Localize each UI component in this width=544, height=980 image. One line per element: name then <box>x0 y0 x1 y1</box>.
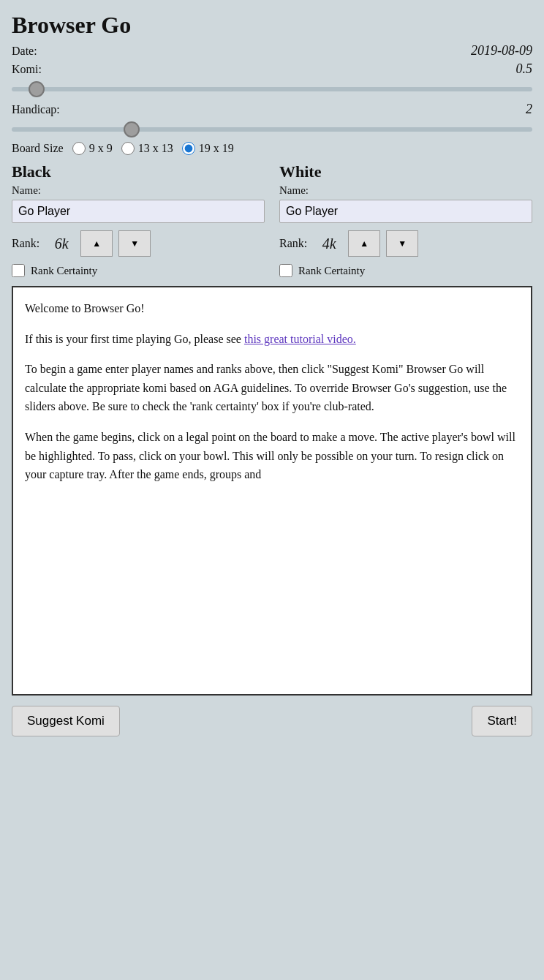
white-rank-label: Rank: <box>279 237 307 250</box>
komi-value: 0.5 <box>516 61 533 77</box>
black-player-title: Black <box>12 162 265 181</box>
board-size-13x13-radio[interactable] <box>121 142 135 155</box>
info-paragraph-2-prefix: If this is your first time playing Go, p… <box>25 333 244 345</box>
white-name-input[interactable] <box>279 200 532 223</box>
komi-slider[interactable] <box>12 87 532 91</box>
black-rank-value: 6k <box>48 235 75 252</box>
board-size-19x19-label: 19 x 19 <box>199 142 234 155</box>
black-player-col: Black Name: Rank: 6k ▲ ▼ Rank Certainty <box>12 162 265 277</box>
start-button[interactable]: Start! <box>472 706 532 736</box>
black-rank-certainty-label: Rank Certainty <box>31 265 97 277</box>
info-paragraph-3: To begin a game enter player names and r… <box>25 360 519 416</box>
suggest-komi-button[interactable]: Suggest Komi <box>12 706 120 736</box>
black-rank-up-button[interactable]: ▲ <box>80 230 113 257</box>
white-player-title: White <box>279 162 532 181</box>
info-paragraph-1: Welcome to Browser Go! <box>25 299 519 318</box>
board-size-9x9[interactable]: 9 x 9 <box>72 142 113 155</box>
white-name-label: Name: <box>279 184 532 197</box>
black-rank-down-button[interactable]: ▼ <box>118 230 151 257</box>
info-box: Welcome to Browser Go! If this is your f… <box>12 286 532 696</box>
handicap-value: 2 <box>526 102 532 117</box>
black-name-label: Name: <box>12 184 265 197</box>
white-rank-up-button[interactable]: ▲ <box>348 230 380 257</box>
white-rank-certainty-checkbox[interactable] <box>279 264 292 277</box>
date-label: Date: <box>12 45 37 58</box>
handicap-slider[interactable] <box>12 127 532 132</box>
board-size-13x13-label: 13 x 13 <box>138 142 173 155</box>
board-size-label: Board Size <box>12 142 64 155</box>
date-value: 2019-08-09 <box>471 43 532 59</box>
board-size-19x19[interactable]: 19 x 19 <box>182 142 234 155</box>
white-rank-certainty-label: Rank Certainty <box>298 265 365 277</box>
white-rank-down-button[interactable]: ▼ <box>386 230 418 257</box>
komi-label: Komi: <box>12 63 42 76</box>
board-size-9x9-label: 9 x 9 <box>89 142 113 155</box>
info-paragraph-2: If this is your first time playing Go, p… <box>25 330 519 349</box>
black-rank-label: Rank: <box>12 237 39 250</box>
page-title: Browser Go <box>12 12 532 39</box>
white-rank-value: 4k <box>316 235 342 252</box>
board-size-19x19-radio[interactable] <box>182 142 195 155</box>
board-size-9x9-radio[interactable] <box>72 142 86 155</box>
white-player-col: White Name: Rank: 4k ▲ ▼ Rank Certainty <box>279 162 532 277</box>
black-rank-certainty-checkbox[interactable] <box>12 264 25 277</box>
tutorial-link[interactable]: this great tutorial video. <box>244 333 356 345</box>
black-name-input[interactable] <box>12 200 265 223</box>
bottom-bar: Suggest Komi Start! <box>12 706 532 736</box>
board-size-13x13[interactable]: 13 x 13 <box>121 142 173 155</box>
info-paragraph-4: When the game begins, click on a legal p… <box>25 428 519 484</box>
handicap-label: Handicap: <box>12 103 60 116</box>
